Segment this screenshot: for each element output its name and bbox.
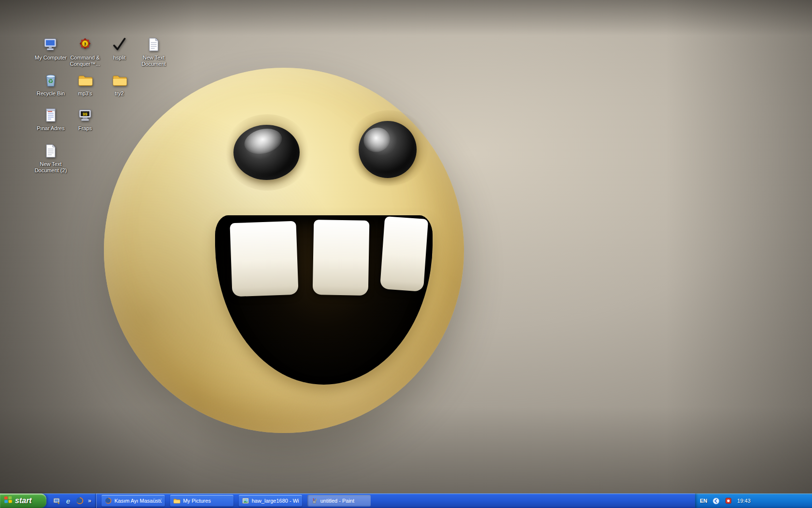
my-computer-icon: [42, 36, 59, 53]
svg-text:♻: ♻: [48, 78, 54, 85]
task-label: untitled - Paint: [320, 498, 368, 504]
smiley-wallpaper-graphic: [104, 68, 464, 433]
paint-icon: [310, 497, 318, 505]
desktop-icon-new-text-document[interactable]: New Text Document: [133, 36, 174, 67]
folder-icon: [111, 72, 128, 89]
icon-label: Fraps: [65, 125, 105, 132]
svg-text:3: 3: [84, 42, 86, 46]
task-label: Kasım Ayı Masaüstü - ...: [115, 498, 162, 504]
system-tray: EN 19:43: [695, 493, 812, 508]
image-viewer-icon: [242, 497, 249, 505]
quick-launch: e »: [46, 493, 97, 508]
text-document-icon: [145, 36, 162, 53]
smiley-left-eye: [233, 125, 300, 180]
task-buttons: Kasım Ayı Masaüstü - ... My Pictures haw…: [97, 493, 374, 508]
smiley-tooth: [230, 221, 298, 297]
desktop-icon-try2[interactable]: try2: [99, 72, 140, 97]
eye-highlight: [242, 125, 285, 158]
quick-launch-overflow-chevron[interactable]: »: [87, 497, 92, 504]
command-conquer-icon: 3: [76, 36, 94, 53]
text-document-icon: [42, 106, 59, 124]
icon-label: New Text Document: [133, 55, 174, 67]
smiley-tooth: [380, 216, 428, 292]
folder-icon: [76, 72, 94, 89]
task-label: My Pictures: [183, 498, 231, 504]
start-button[interactable]: start: [0, 493, 46, 508]
desktop-icon-fraps[interactable]: 99 Fraps: [65, 106, 105, 132]
smiley-right-eye: [359, 121, 417, 178]
taskbar: start e » Kasım Ayı Masaüstü - ...: [0, 493, 812, 508]
show-desktop-icon[interactable]: [52, 496, 61, 505]
taskbar-task-paint[interactable]: untitled - Paint: [307, 495, 371, 507]
folder-icon: [173, 497, 181, 505]
recycle-bin-icon: ♻: [42, 72, 59, 89]
smiley-tooth: [313, 220, 370, 296]
desktop-icon-new-text-document-2[interactable]: New Text Document (2): [30, 142, 71, 174]
firefox-icon: [104, 497, 112, 505]
desktop-screen: My Computer 3 Command & Conquer™... hspl…: [0, 0, 812, 508]
tray-app-icon-red[interactable]: [725, 497, 732, 505]
fraps-icon: 99: [76, 106, 94, 124]
text-document-icon: [42, 142, 59, 160]
taskbar-task-image-viewer[interactable]: haw_large1680 - Win...: [239, 495, 302, 507]
taskbar-task-firefox-window[interactable]: Kasım Ayı Masaüstü - ...: [102, 495, 165, 507]
icon-label: try2: [99, 90, 140, 97]
start-label: start: [15, 496, 32, 505]
firefox-icon[interactable]: [75, 496, 84, 505]
hide-icons-chevron-icon[interactable]: [712, 497, 720, 505]
internet-explorer-icon[interactable]: e: [64, 496, 72, 505]
language-indicator[interactable]: EN: [700, 498, 707, 504]
task-label: haw_large1680 - Win...: [252, 498, 299, 504]
taskbar-clock[interactable]: 19:43: [737, 498, 751, 504]
taskbar-task-my-pictures[interactable]: My Pictures: [170, 495, 233, 507]
checkmark-icon: [111, 36, 128, 53]
svg-text:99: 99: [83, 112, 87, 117]
windows-logo-icon: [4, 495, 13, 506]
icon-label: New Text Document (2): [30, 161, 71, 174]
